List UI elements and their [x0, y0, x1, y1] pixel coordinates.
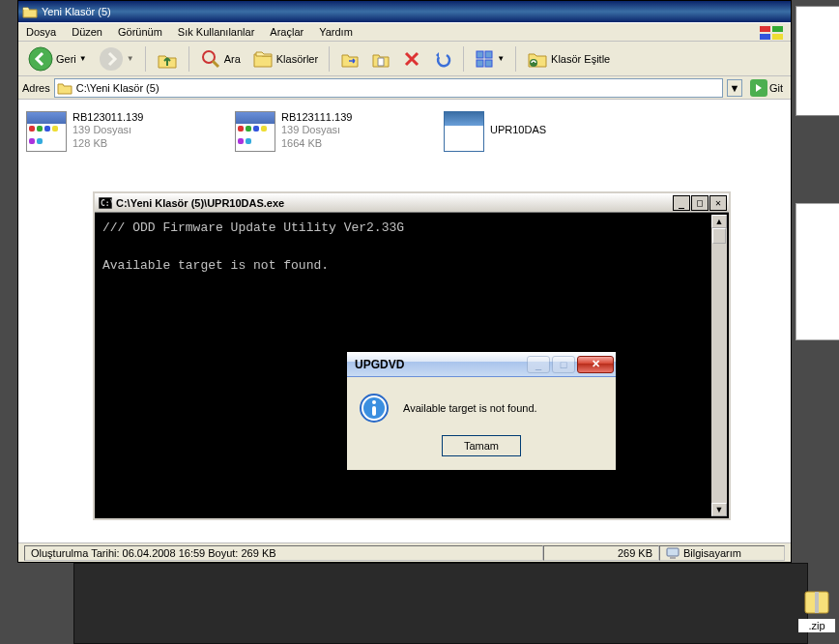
move-to-button[interactable] — [336, 47, 363, 71]
file-item[interactable]: RB123111.139 139 Dosyası 1664 KB — [233, 109, 436, 167]
maximize-button: □ — [552, 356, 575, 373]
svg-rect-17 — [667, 548, 679, 556]
address-bar: Adres C:\Yeni Klasör (5) ▼ Git — [18, 76, 791, 100]
console-icon: C:\ — [99, 197, 112, 209]
computer-icon — [666, 546, 680, 560]
menu-tools[interactable]: Araçlar — [262, 24, 311, 40]
svg-line-10 — [213, 61, 218, 67]
address-path: C:\Yeni Klasör (5) — [72, 82, 159, 94]
svg-rect-4 — [760, 34, 770, 40]
ok-button[interactable]: Tamam — [442, 435, 521, 456]
svg-rect-2 — [760, 26, 770, 32]
folder-icon — [57, 81, 72, 95]
svg-text:C:\: C:\ — [101, 199, 112, 208]
data-file-icon — [235, 111, 275, 152]
svg-rect-12 — [485, 51, 492, 58]
titlebar[interactable]: Yeni Klasör (5) — [18, 1, 791, 22]
forward-button[interactable]: ▼ — [95, 44, 138, 73]
up-button[interactable] — [153, 46, 182, 72]
console-output: /// ODD Firmware Update Utility Ver2.33G… — [95, 213, 729, 281]
close-button[interactable]: ✕ — [709, 195, 727, 211]
menu-file[interactable]: Dosya — [18, 24, 64, 40]
address-dropdown[interactable]: ▼ — [727, 79, 742, 97]
minimize-button[interactable]: _ — [673, 195, 690, 211]
svg-rect-13 — [477, 60, 483, 67]
folder-sync-button[interactable]: Klasör Eşitle — [523, 46, 614, 72]
status-bar: Oluşturulma Tarihi: 06.04.2008 16:59 Boy… — [18, 542, 791, 562]
file-item[interactable]: UPR10DAS — [442, 109, 645, 167]
dialog-message: Available target is not found. — [403, 402, 537, 414]
file-item[interactable]: RB123011.139 139 Dosyası 128 KB — [24, 109, 227, 167]
menu-view[interactable]: Görünüm — [110, 24, 170, 40]
status-size: 269 KB — [543, 545, 659, 561]
menubar: Dosya Düzen Görünüm Sık Kullanılanlar Ar… — [18, 22, 791, 42]
svg-rect-14 — [485, 60, 492, 67]
go-button[interactable]: Git — [746, 79, 787, 97]
status-location: Bilgisayarım — [659, 545, 785, 561]
minimize-button: _ — [527, 356, 550, 373]
console-title: C:\Yeni Klasör (5)\UPR10DAS.exe — [116, 197, 284, 209]
svg-rect-11 — [477, 51, 483, 58]
views-button[interactable]: ▼ — [471, 47, 508, 71]
svg-point-15 — [530, 59, 537, 67]
file-pane[interactable]: RB123011.139 139 Dosyası 128 KB RB123111… — [18, 100, 791, 177]
exe-file-icon — [444, 111, 484, 152]
background-zip-item: .zip — [798, 586, 835, 632]
background-shadow-panel — [73, 563, 808, 644]
toolbar: Geri ▼ ▼ Ara Klasörler ▼ Klasör Eşit — [18, 42, 791, 76]
svg-rect-18 — [670, 557, 676, 559]
maximize-button[interactable]: □ — [691, 195, 709, 211]
windows-flag-icon — [758, 24, 787, 42]
console-titlebar[interactable]: C:\ C:\Yeni Klasör (5)\UPR10DAS.exe _ □ … — [95, 193, 729, 213]
svg-rect-5 — [772, 34, 783, 40]
dialog-title: UPGDVD — [355, 358, 527, 371]
status-info: Oluşturulma Tarihi: 06.04.2008 16:59 Boy… — [24, 545, 543, 561]
delete-button[interactable] — [398, 47, 425, 71]
copy-to-button[interactable] — [367, 47, 394, 71]
menu-favorites[interactable]: Sık Kullanılanlar — [170, 24, 263, 40]
data-file-icon — [26, 111, 67, 152]
folder-icon — [22, 5, 38, 18]
info-icon — [359, 393, 390, 424]
background-window-fragments — [796, 0, 839, 644]
address-input[interactable]: C:\Yeni Klasör (5) — [54, 78, 723, 98]
undo-button[interactable] — [429, 47, 456, 71]
svg-rect-1 — [815, 592, 819, 613]
svg-point-8 — [100, 47, 123, 71]
message-dialog: UPGDVD _ □ ✕ Available target is not fou… — [346, 351, 617, 471]
svg-point-23 — [372, 400, 376, 404]
menu-help[interactable]: Yardım — [311, 24, 361, 40]
back-button[interactable]: Geri ▼ — [24, 44, 91, 73]
close-button[interactable]: ✕ — [577, 356, 614, 373]
address-label: Adres — [22, 82, 50, 94]
search-button[interactable]: Ara — [196, 46, 245, 72]
menu-edit[interactable]: Düzen — [64, 24, 110, 40]
console-scrollbar[interactable]: ▲ ▼ — [711, 215, 727, 516]
folders-button[interactable]: Klasörler — [248, 46, 322, 72]
svg-rect-24 — [372, 406, 376, 416]
window-title: Yeni Klasör (5) — [42, 6, 111, 17]
dialog-titlebar[interactable]: UPGDVD _ □ ✕ — [347, 352, 616, 377]
svg-rect-3 — [772, 26, 783, 32]
